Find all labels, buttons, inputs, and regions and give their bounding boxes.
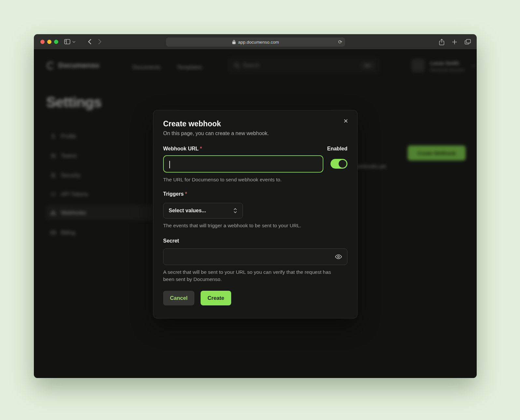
address-bar[interactable]: app.documenso.com ⟳ xyxy=(166,37,345,47)
webhook-url-helper: The URL for Documenso to send webhook ev… xyxy=(163,176,347,183)
dialog-title: Create webhook xyxy=(163,119,347,128)
toggle-knob xyxy=(339,160,346,168)
chevron-up-down-icon xyxy=(233,208,237,214)
dialog-description: On this page, you can create a new webho… xyxy=(163,131,347,136)
browser-titlebar: app.documenso.com ⟳ xyxy=(34,34,477,49)
minimize-window-button[interactable] xyxy=(47,40,51,44)
browser-window: app.documenso.com ⟳ xyxy=(34,34,477,378)
forward-button[interactable] xyxy=(98,39,102,45)
close-icon[interactable]: ✕ xyxy=(342,118,349,125)
new-tab-icon[interactable] xyxy=(452,39,457,45)
tab-overview-icon[interactable] xyxy=(465,39,471,45)
webhook-url-input[interactable] xyxy=(163,155,323,173)
secret-helper: A secret that will be sent to your URL s… xyxy=(163,269,339,283)
secret-input[interactable] xyxy=(163,248,347,265)
triggers-helper: The events that will trigger a webhook t… xyxy=(163,222,347,229)
share-icon[interactable] xyxy=(439,39,444,45)
create-webhook-dialog: ✕ Create webhook On this page, you can c… xyxy=(153,110,358,318)
enabled-toggle[interactable] xyxy=(330,159,347,169)
triggers-select[interactable]: Select values... xyxy=(163,203,243,218)
required-asterisk: * xyxy=(200,146,202,151)
eye-icon[interactable] xyxy=(335,253,342,262)
text-cursor xyxy=(169,161,170,168)
back-button[interactable] xyxy=(88,39,91,45)
lock-icon xyxy=(232,40,236,44)
traffic-lights xyxy=(40,40,58,44)
chevron-down-icon[interactable] xyxy=(72,41,76,43)
secret-label: Secret xyxy=(163,238,347,244)
zoom-window-button[interactable] xyxy=(54,40,58,44)
triggers-select-value: Select values... xyxy=(169,208,206,214)
required-asterisk: * xyxy=(185,191,187,197)
reload-icon[interactable]: ⟳ xyxy=(338,39,342,45)
cancel-button[interactable]: Cancel xyxy=(163,291,194,305)
close-window-button[interactable] xyxy=(40,40,45,44)
webhook-url-label: Webhook URL* xyxy=(163,146,202,152)
sidebar-toggle-icon[interactable] xyxy=(64,39,70,44)
triggers-label: Triggers* xyxy=(163,191,347,197)
enabled-label: Enabled xyxy=(327,146,347,152)
url-text: app.documenso.com xyxy=(238,40,279,45)
create-button[interactable]: Create xyxy=(201,291,231,305)
